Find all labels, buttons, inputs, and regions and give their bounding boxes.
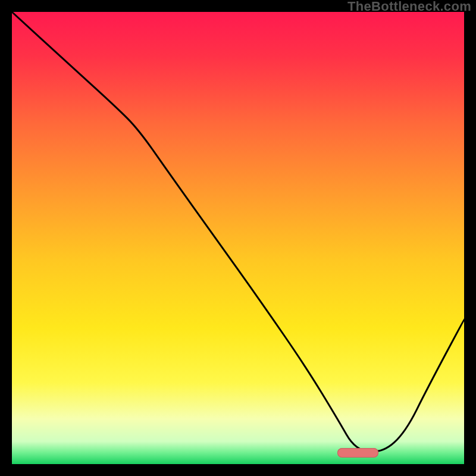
optimal-marker	[337, 448, 378, 458]
bottleneck-curve-path	[12, 12, 464, 452]
chart-line-layer	[0, 0, 476, 476]
